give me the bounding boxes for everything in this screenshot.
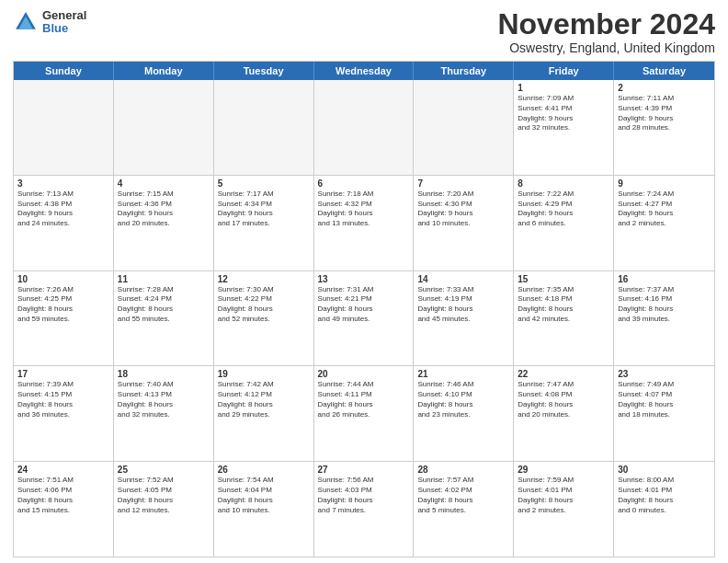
day-info: Sunrise: 7:42 AM Sunset: 4:12 PM Dayligh… xyxy=(218,380,310,419)
calendar-cell: 19Sunrise: 7:42 AM Sunset: 4:12 PM Dayli… xyxy=(214,366,314,461)
calendar-cell: 6Sunrise: 7:18 AM Sunset: 4:32 PM Daylig… xyxy=(314,176,415,270)
day-number: 28 xyxy=(417,465,509,475)
calendar-cell: 24Sunrise: 7:51 AM Sunset: 4:06 PM Dayli… xyxy=(14,462,114,557)
day-info: Sunrise: 7:44 AM Sunset: 4:11 PM Dayligh… xyxy=(318,380,410,419)
calendar-row: 10Sunrise: 7:26 AM Sunset: 4:25 PM Dayli… xyxy=(14,270,714,366)
day-number: 19 xyxy=(218,369,310,379)
calendar-cell: 27Sunrise: 7:56 AM Sunset: 4:03 PM Dayli… xyxy=(314,462,415,557)
day-number: 24 xyxy=(17,465,109,475)
calendar-row: 24Sunrise: 7:51 AM Sunset: 4:06 PM Dayli… xyxy=(14,461,714,557)
day-number: 1 xyxy=(518,83,609,93)
calendar-cell: 10Sunrise: 7:26 AM Sunset: 4:25 PM Dayli… xyxy=(14,271,114,366)
day-info: Sunrise: 7:54 AM Sunset: 4:04 PM Dayligh… xyxy=(218,476,310,515)
day-number: 23 xyxy=(618,369,711,379)
calendar-cell: 1Sunrise: 7:09 AM Sunset: 4:41 PM Daylig… xyxy=(514,80,614,175)
calendar-cell: 3Sunrise: 7:13 AM Sunset: 4:38 PM Daylig… xyxy=(14,176,114,270)
day-number: 17 xyxy=(17,369,109,379)
logo-icon xyxy=(13,9,39,35)
calendar-cell: 17Sunrise: 7:39 AM Sunset: 4:15 PM Dayli… xyxy=(14,366,114,461)
day-number: 21 xyxy=(417,369,509,379)
calendar-body: 1Sunrise: 7:09 AM Sunset: 4:41 PM Daylig… xyxy=(14,80,714,557)
day-info: Sunrise: 7:24 AM Sunset: 4:27 PM Dayligh… xyxy=(618,190,711,229)
day-info: Sunrise: 7:31 AM Sunset: 4:21 PM Dayligh… xyxy=(318,285,410,325)
day-number: 18 xyxy=(118,369,210,379)
day-info: Sunrise: 7:46 AM Sunset: 4:10 PM Dayligh… xyxy=(417,380,509,419)
calendar-cell: 18Sunrise: 7:40 AM Sunset: 4:13 PM Dayli… xyxy=(114,366,214,461)
calendar-cell: 30Sunrise: 8:00 AM Sunset: 4:01 PM Dayli… xyxy=(614,462,714,557)
day-info: Sunrise: 7:39 AM Sunset: 4:15 PM Dayligh… xyxy=(17,380,109,419)
day-number: 7 xyxy=(417,178,509,189)
day-number: 26 xyxy=(218,465,310,475)
logo-general: General xyxy=(42,9,86,22)
day-number: 6 xyxy=(318,178,410,189)
day-info: Sunrise: 7:30 AM Sunset: 4:22 PM Dayligh… xyxy=(218,285,310,325)
day-number: 4 xyxy=(118,178,210,189)
calendar-cell: 14Sunrise: 7:33 AM Sunset: 4:19 PM Dayli… xyxy=(414,271,514,366)
calendar-header-cell: Sunday xyxy=(14,62,114,80)
day-info: Sunrise: 8:00 AM Sunset: 4:01 PM Dayligh… xyxy=(618,476,711,515)
day-number: 3 xyxy=(17,178,109,189)
day-number: 27 xyxy=(318,465,410,475)
day-info: Sunrise: 7:59 AM Sunset: 4:01 PM Dayligh… xyxy=(518,476,609,515)
calendar-cell: 12Sunrise: 7:30 AM Sunset: 4:22 PM Dayli… xyxy=(214,271,314,366)
logo-blue: Blue xyxy=(42,22,86,35)
day-number: 8 xyxy=(518,178,609,189)
month-title: November 2024 xyxy=(497,9,715,39)
day-info: Sunrise: 7:40 AM Sunset: 4:13 PM Dayligh… xyxy=(118,380,210,419)
logo-text: General Blue xyxy=(42,9,86,36)
day-number: 16 xyxy=(618,274,711,284)
calendar-cell: 2Sunrise: 7:11 AM Sunset: 4:39 PM Daylig… xyxy=(614,80,714,175)
day-number: 29 xyxy=(518,465,609,475)
calendar-cell: 16Sunrise: 7:37 AM Sunset: 4:16 PM Dayli… xyxy=(614,271,714,366)
day-number: 30 xyxy=(618,465,711,475)
calendar-cell: 4Sunrise: 7:15 AM Sunset: 4:36 PM Daylig… xyxy=(114,176,214,270)
calendar-cell: 8Sunrise: 7:22 AM Sunset: 4:29 PM Daylig… xyxy=(514,176,614,270)
day-info: Sunrise: 7:17 AM Sunset: 4:34 PM Dayligh… xyxy=(218,190,310,229)
location: Oswestry, England, United Kingdom xyxy=(497,40,715,55)
day-info: Sunrise: 7:37 AM Sunset: 4:16 PM Dayligh… xyxy=(618,285,711,325)
logo: General Blue xyxy=(13,9,86,36)
calendar-row: 1Sunrise: 7:09 AM Sunset: 4:41 PM Daylig… xyxy=(14,80,714,175)
calendar-cell: 5Sunrise: 7:17 AM Sunset: 4:34 PM Daylig… xyxy=(214,176,314,270)
day-number: 9 xyxy=(618,178,711,189)
calendar-row: 3Sunrise: 7:13 AM Sunset: 4:38 PM Daylig… xyxy=(14,175,714,270)
day-info: Sunrise: 7:51 AM Sunset: 4:06 PM Dayligh… xyxy=(17,476,109,515)
day-number: 12 xyxy=(218,274,310,284)
calendar-cell: 15Sunrise: 7:35 AM Sunset: 4:18 PM Dayli… xyxy=(514,271,614,366)
calendar: SundayMondayTuesdayWednesdayThursdayFrid… xyxy=(13,61,715,557)
day-info: Sunrise: 7:47 AM Sunset: 4:08 PM Dayligh… xyxy=(518,380,609,419)
calendar-cell xyxy=(414,80,514,175)
calendar-header: SundayMondayTuesdayWednesdayThursdayFrid… xyxy=(14,62,714,80)
day-number: 5 xyxy=(218,178,310,189)
day-number: 25 xyxy=(118,465,210,475)
day-info: Sunrise: 7:09 AM Sunset: 4:41 PM Dayligh… xyxy=(518,94,609,133)
calendar-cell: 28Sunrise: 7:57 AM Sunset: 4:02 PM Dayli… xyxy=(414,462,514,557)
title-block: November 2024 Oswestry, England, United … xyxy=(497,9,715,55)
day-info: Sunrise: 7:13 AM Sunset: 4:38 PM Dayligh… xyxy=(17,190,109,229)
day-info: Sunrise: 7:28 AM Sunset: 4:24 PM Dayligh… xyxy=(118,285,210,325)
calendar-cell xyxy=(314,80,415,175)
day-info: Sunrise: 7:15 AM Sunset: 4:36 PM Dayligh… xyxy=(118,190,210,229)
calendar-cell xyxy=(14,80,114,175)
day-info: Sunrise: 7:35 AM Sunset: 4:18 PM Dayligh… xyxy=(518,285,609,325)
day-info: Sunrise: 7:56 AM Sunset: 4:03 PM Dayligh… xyxy=(318,476,410,515)
calendar-header-cell: Thursday xyxy=(414,62,514,80)
calendar-cell xyxy=(214,80,314,175)
day-number: 10 xyxy=(17,274,109,284)
day-info: Sunrise: 7:49 AM Sunset: 4:07 PM Dayligh… xyxy=(618,380,711,419)
day-info: Sunrise: 7:20 AM Sunset: 4:30 PM Dayligh… xyxy=(417,190,509,229)
calendar-cell: 11Sunrise: 7:28 AM Sunset: 4:24 PM Dayli… xyxy=(114,271,214,366)
day-info: Sunrise: 7:11 AM Sunset: 4:39 PM Dayligh… xyxy=(618,94,711,133)
day-number: 11 xyxy=(118,274,210,284)
calendar-header-cell: Friday xyxy=(514,62,614,80)
day-info: Sunrise: 7:52 AM Sunset: 4:05 PM Dayligh… xyxy=(118,476,210,515)
calendar-cell: 13Sunrise: 7:31 AM Sunset: 4:21 PM Dayli… xyxy=(314,271,415,366)
calendar-row: 17Sunrise: 7:39 AM Sunset: 4:15 PM Dayli… xyxy=(14,365,714,461)
day-number: 22 xyxy=(518,369,609,379)
page: General Blue November 2024 Oswestry, Eng… xyxy=(0,0,728,563)
calendar-cell: 9Sunrise: 7:24 AM Sunset: 4:27 PM Daylig… xyxy=(614,176,714,270)
day-info: Sunrise: 7:22 AM Sunset: 4:29 PM Dayligh… xyxy=(518,190,609,229)
day-number: 20 xyxy=(318,369,410,379)
calendar-header-cell: Wednesday xyxy=(314,62,415,80)
calendar-cell: 26Sunrise: 7:54 AM Sunset: 4:04 PM Dayli… xyxy=(214,462,314,557)
